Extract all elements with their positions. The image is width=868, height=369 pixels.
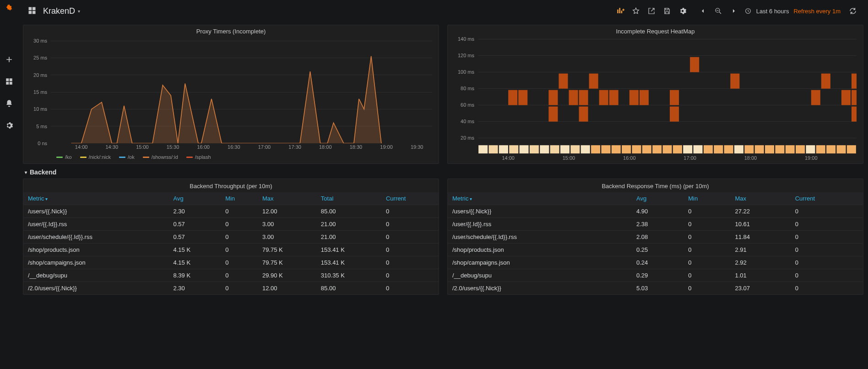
zoom-out-button[interactable] — [711, 3, 726, 19]
table-row[interactable]: /user/{{.Id}}.rss2.38010.610 — [448, 218, 863, 231]
table-header[interactable]: Total — [316, 192, 381, 205]
top-toolbar: KrakenD ▾ Last 6 hours — [18, 0, 868, 22]
table-cell: 27.22 — [730, 205, 790, 218]
svg-rect-51 — [560, 145, 570, 153]
table-row[interactable]: /2.0/users/{{.Nick}}2.30012.0085.000 — [23, 282, 439, 295]
y-tick-label: 20 ms — [461, 135, 474, 141]
x-tick-label: 16:00 — [623, 155, 636, 161]
table-row[interactable]: /user/{{.Id}}.rss0.5703.0021.000 — [23, 218, 439, 231]
table-row[interactable]: /users/{{.Nick}}2.30012.0085.000 — [23, 205, 439, 218]
time-range-picker[interactable]: Last 6 hours Refresh every 1m — [742, 3, 845, 19]
svg-rect-74 — [796, 145, 805, 153]
table-cell: /user/{{.Id}}.rss — [448, 218, 632, 231]
panel-proxy-timers[interactable]: Proxy Timers (Incomplete) 0 ns5 ms10 ms1… — [23, 25, 439, 164]
table-cell: /user/schedule/{{.Id}}.rss — [448, 231, 632, 244]
dashboards-icon[interactable] — [4, 76, 15, 87]
table-header[interactable]: Max — [258, 192, 316, 205]
svg-rect-79 — [847, 145, 856, 153]
table-row[interactable]: /user/schedule/{{.Id}}.rss2.08011.840 — [448, 231, 863, 244]
configuration-icon[interactable] — [4, 120, 15, 131]
table-cell: 0 — [381, 269, 439, 282]
settings-button[interactable] — [675, 3, 690, 19]
dashboard-list-icon[interactable] — [27, 6, 37, 16]
y-tick-label: 20 ms — [33, 72, 47, 78]
table-header[interactable]: Current — [791, 192, 863, 205]
table-row[interactable]: /__debug/supu8.39 K029.90 K310.35 K0 — [23, 269, 439, 282]
row-header-label: Backend — [30, 168, 56, 176]
table-row[interactable]: /2.0/users/{{.Nick}}5.03023.070 — [448, 282, 863, 295]
svg-rect-54 — [591, 145, 600, 153]
table-header[interactable]: Current — [381, 192, 439, 205]
svg-rect-23 — [579, 90, 588, 105]
table-row[interactable]: /__debug/supu0.2901.010 — [448, 269, 863, 282]
row-header-backend[interactable]: ▾ Backend — [23, 164, 863, 179]
svg-rect-49 — [540, 145, 549, 153]
table-header[interactable]: Metric — [448, 192, 632, 205]
table-row[interactable]: /shop/campaigns.json4.15 K079.75 K153.41… — [23, 256, 439, 269]
table-cell: 0 — [684, 244, 730, 256]
time-range-label: Last 6 hours — [756, 8, 789, 15]
table-cell: 0.25 — [632, 244, 684, 256]
table-cell: 1.01 — [730, 269, 790, 282]
table-header[interactable]: Avg — [632, 192, 684, 205]
svg-rect-19 — [548, 90, 558, 105]
table-row[interactable]: /user/schedule/{{.Id}}.rss0.5703.0021.00… — [23, 231, 439, 244]
x-tick-label: 16:30 — [228, 144, 240, 150]
legend-item[interactable]: /ok — [119, 153, 135, 161]
svg-rect-34 — [811, 90, 820, 105]
svg-rect-71 — [765, 145, 774, 153]
table-cell: /shop/campaigns.json — [23, 256, 169, 269]
table-header[interactable]: Metric — [23, 192, 169, 205]
table-header[interactable]: Min — [221, 192, 258, 205]
dashboard-title[interactable]: KrakenD ▾ — [43, 6, 80, 16]
table-header[interactable]: Min — [684, 192, 730, 205]
table-row[interactable]: /shop/products.json0.2502.910 — [448, 244, 863, 256]
svg-rect-78 — [836, 145, 846, 153]
create-icon[interactable] — [4, 54, 15, 65]
svg-rect-52 — [570, 145, 580, 153]
table-cell: 0 — [381, 205, 439, 218]
table-cell: 0 — [221, 244, 258, 256]
legend-item[interactable]: /nick/:nick — [80, 153, 111, 161]
refresh-button[interactable] — [845, 3, 861, 19]
table-cell: 0 — [381, 218, 439, 231]
table-row[interactable]: /shop/products.json4.15 K079.75 K153.41 … — [23, 244, 439, 256]
panel-backend-throughput[interactable]: Backend Throughput (per 10m) MetricAvgMi… — [23, 179, 439, 295]
star-button[interactable] — [628, 3, 644, 19]
time-forward-button[interactable] — [726, 3, 742, 19]
svg-rect-50 — [550, 145, 559, 153]
table-cell: 12.00 — [258, 205, 316, 218]
y-tick-label: 10 ms — [33, 106, 47, 112]
grafana-logo-icon[interactable] — [3, 3, 16, 16]
share-button[interactable] — [644, 3, 659, 19]
panel-backend-response-time[interactable]: Backend Response Time (ms) (per 10m) Met… — [447, 179, 863, 295]
legend-label: /ok — [128, 154, 135, 160]
panel-incomplete-heatmap[interactable]: Incomplete Request HeatMap 20 ms40 ms60 … — [447, 25, 863, 164]
add-panel-button[interactable] — [613, 3, 628, 19]
table-row[interactable]: /shop/campaigns.json0.2402.920 — [448, 256, 863, 269]
table-cell: /shop/campaigns.json — [448, 256, 632, 269]
x-tick-label: 18:00 — [319, 144, 332, 150]
time-back-button[interactable] — [695, 3, 711, 19]
legend-item[interactable]: /ko — [56, 153, 72, 161]
alerting-icon[interactable] — [4, 98, 15, 109]
table-cell: 0 — [684, 218, 730, 231]
svg-rect-47 — [520, 145, 529, 153]
svg-rect-64 — [694, 145, 703, 153]
table-cell: 3.00 — [258, 231, 316, 244]
y-tick-label: 100 ms — [458, 69, 474, 75]
legend-item[interactable]: /showrss/:id — [143, 153, 178, 161]
table-cell: /users/{{.Nick}} — [448, 205, 632, 218]
svg-rect-20 — [548, 107, 558, 122]
table-header[interactable]: Max — [730, 192, 790, 205]
table-cell: 0.57 — [169, 231, 221, 244]
save-button[interactable] — [659, 3, 675, 19]
table-row[interactable]: /users/{{.Nick}}4.90027.220 — [448, 205, 863, 218]
table-header[interactable]: Avg — [169, 192, 221, 205]
table-cell: 10.61 — [730, 218, 790, 231]
dashboard-body: Proxy Timers (Incomplete) 0 ns5 ms10 ms1… — [18, 22, 868, 369]
y-tick-label: 0 ns — [38, 141, 47, 146]
table-cell: /shop/products.json — [448, 244, 632, 256]
legend-item[interactable]: /splash — [186, 153, 211, 161]
y-tick-label: 30 ms — [33, 38, 47, 43]
